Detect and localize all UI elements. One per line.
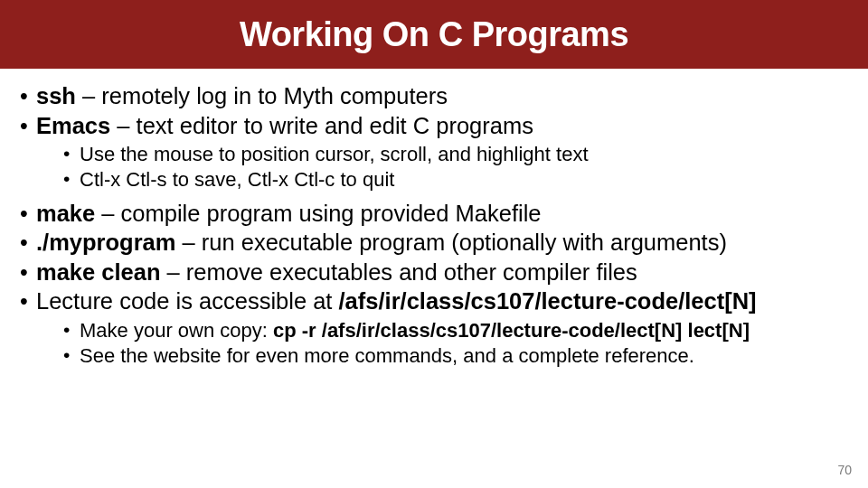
- bullet-emacs: Emacs – text editor to write and edit C …: [16, 111, 852, 193]
- emacs-sub-mouse: Use the mouse to position cursor, scroll…: [61, 142, 852, 167]
- lecture-sub-list: Make your own copy: cp -r /afs/ir/class/…: [61, 318, 852, 369]
- bullet-lecture-pre: Lecture code is accessible at: [36, 288, 339, 314]
- bullet-list: ssh – remotely log in to Myth computers …: [16, 81, 852, 369]
- bullet-run: ./myprogram – run executable program (op…: [16, 228, 852, 258]
- lecture-sub-copy: Make your own copy: cp -r /afs/ir/class/…: [61, 318, 852, 343]
- slide-header: Working On C Programs: [0, 0, 868, 69]
- bullet-ssh: ssh – remotely log in to Myth computers: [16, 81, 852, 111]
- bullet-run-text: – run executable program (optionally wit…: [175, 230, 726, 255]
- emacs-sub-keys: Ctl-x Ctl-s to save, Ctl-x Ctl-c to quit: [61, 167, 852, 192]
- emacs-sub-list: Use the mouse to position cursor, scroll…: [61, 142, 852, 192]
- bullet-lecture: Lecture code is accessible at /afs/ir/cl…: [16, 286, 852, 369]
- slide-body: ssh – remotely log in to Myth computers …: [0, 69, 868, 369]
- bullet-run-bold: ./myprogram: [36, 230, 175, 255]
- bullet-make-bold: make: [36, 201, 95, 226]
- bullet-clean: make clean – remove executables and othe…: [16, 258, 852, 287]
- bullet-clean-bold: make clean: [36, 259, 161, 285]
- lecture-sub-website: See the website for even more commands, …: [61, 343, 852, 369]
- bullet-make-text: – compile program using provided Makefil…: [95, 201, 541, 226]
- slide-title: Working On C Programs: [240, 15, 628, 54]
- bullet-ssh-bold: ssh: [36, 83, 76, 108]
- bullet-emacs-text: – text editor to write and edit C progra…: [110, 113, 533, 138]
- bullet-make: make – compile program using provided Ma…: [16, 199, 852, 229]
- bullet-emacs-bold: Emacs: [36, 113, 110, 138]
- bullet-clean-text: – remove executables and other compiler …: [161, 259, 637, 285]
- bullet-ssh-text: – remotely log in to Myth computers: [76, 83, 448, 108]
- page-number: 70: [837, 463, 852, 477]
- copy-pre: Make your own copy:: [80, 319, 273, 342]
- bullet-lecture-path: /afs/ir/class/cs107/lecture-code/lect[N]: [339, 288, 757, 314]
- copy-command: cp -r /afs/ir/class/cs107/lecture-code/l…: [273, 319, 750, 342]
